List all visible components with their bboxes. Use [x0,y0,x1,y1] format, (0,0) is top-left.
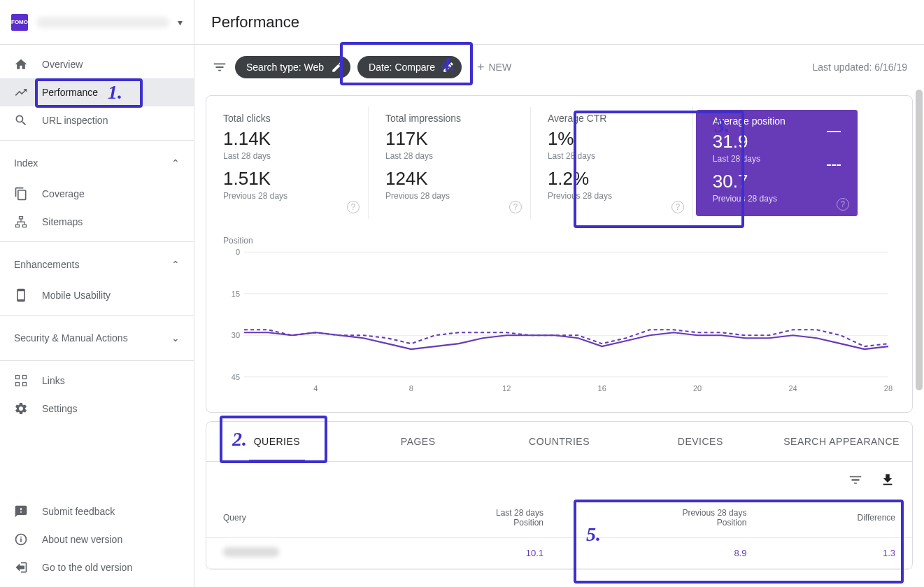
tab-search-appearance[interactable]: SEARCH APPEARANCE [771,422,912,461]
th-query[interactable]: Query [206,498,392,538]
pencil-icon [442,61,455,73]
metric-sub-prev: Previous 28 days [385,191,513,201]
chevron-down-icon: ⌄ [171,332,180,344]
metric-sub: Last 28 days [223,151,351,161]
tab-label: PAGES [401,436,436,447]
metric-value: 31.9 [713,131,841,153]
metric-sub-prev: Previous 28 days [223,191,351,201]
metric-total-impressions[interactable]: Total impressions 117K Last 28 days 124K… [369,107,531,219]
sidebar-footer: Submit feedback About new version Go to … [0,492,194,587]
cell-diff: 1.3 [763,538,912,569]
metric-sub: Last 28 days [713,154,841,164]
metric-average-position[interactable]: Average position 31.9 Last 28 days 30.7 … [696,110,858,216]
filter-icon[interactable] [211,59,228,76]
help-icon[interactable]: ? [347,201,360,213]
tab-countries[interactable]: COUNTRIES [489,422,630,461]
sidebar-item-url-inspection[interactable]: URL inspection [0,106,194,134]
sidebar-item-sitemaps[interactable]: Sitemaps [0,208,194,236]
table-toolbar [206,462,912,498]
toolbar: Search type: Web Date: Compare + NEW Las… [194,45,924,90]
help-icon[interactable]: ? [509,201,522,213]
tab-label: COUNTRIES [529,436,590,447]
metric-total-clicks[interactable]: Total clicks 1.14K Last 28 days 1.51K Pr… [206,107,369,219]
sidebar: FOMO https://shop.fomo.com ▾ Overview Pe… [0,0,194,587]
exit-icon [14,560,28,574]
sidebar-item-label: Submit feedback [42,506,115,517]
main-scroll[interactable]: Total clicks 1.14K Last 28 days 1.51K Pr… [194,90,924,587]
th-difference[interactable]: Difference [763,498,912,538]
section-title: Enhancements [14,259,79,270]
section-header-index[interactable]: Index ⌃ [0,146,194,180]
legend-solid-icon [827,131,841,132]
sitemap-icon [14,215,28,229]
sidebar-item-label: Go to the old version [42,562,132,573]
section-header-security[interactable]: Security & Manual Actions ⌄ [0,321,194,355]
metric-value-prev: 124K [385,168,513,190]
chart-axis-title: Position [223,236,895,246]
svg-rect-1 [23,376,27,379]
sidebar-item-links[interactable]: Links [0,367,194,395]
section-header-enhancements[interactable]: Enhancements ⌃ [0,248,194,281]
chip-date[interactable]: Date: Compare [357,56,462,78]
sidebar-item-coverage[interactable]: Coverage [0,180,194,208]
pencil-icon [331,61,343,73]
sidebar-item-overview[interactable]: Overview [0,50,194,78]
sidebar-item-label: Coverage [42,188,85,199]
sidebar-item-label: Links [42,375,65,386]
property-selector[interactable]: FOMO https://shop.fomo.com ▾ [0,0,194,45]
metric-title: Average position [713,115,841,127]
svg-text:16: 16 [598,383,606,392]
feedback-icon [14,504,28,518]
chevron-up-icon: ⌃ [171,259,180,270]
legend-dash-icon [827,164,841,166]
section-title: Index [14,157,38,169]
sidebar-item-performance[interactable]: Performance [0,78,194,106]
new-filter-button[interactable]: + NEW [469,61,520,73]
help-icon[interactable]: ? [837,198,849,211]
property-url: https://shop.fomo.com [36,17,169,28]
trending-icon [14,85,28,99]
cell-pos-last: 10.1 [392,538,560,569]
svg-text:15: 15 [232,290,240,298]
sidebar-item-feedback[interactable]: Submit feedback [0,497,194,525]
page-header: Performance [194,0,924,45]
sidebar-item-about[interactable]: About new version [0,525,194,553]
position-chart: 0153045481216202428 [223,248,895,395]
sidebar-item-label: Performance [42,87,98,98]
th-prev-position[interactable]: Previous 28 daysPosition [560,498,763,538]
svg-text:4: 4 [313,383,318,392]
metric-sub-prev: Previous 28 days [548,191,676,201]
svg-text:20: 20 [693,383,702,392]
filter-icon[interactable] [848,472,863,488]
main: Performance Search type: Web Date: Compa… [194,0,924,587]
metric-average-ctr[interactable]: Average CTR 1% Last 28 days 1.2% Previou… [531,107,693,219]
th-last-position[interactable]: Last 28 daysPosition [392,498,560,538]
sidebar-item-settings[interactable]: Settings [0,395,194,423]
home-icon [14,57,28,71]
download-icon[interactable] [880,472,895,488]
info-icon [14,532,28,546]
help-icon[interactable]: ? [671,201,684,213]
scrollbar[interactable] [916,90,923,390]
tab-pages[interactable]: PAGES [348,422,489,461]
table-row[interactable]: 10.1 8.9 1.3 [206,538,912,569]
tab-queries[interactable]: QUERIES [206,422,348,461]
chevron-down-icon: ▾ [178,17,183,28]
chevron-up-icon: ⌃ [171,157,180,169]
search-icon [14,113,28,127]
svg-text:45: 45 [232,373,240,381]
chip-label: Date: Compare [369,62,435,73]
svg-rect-0 [16,376,20,379]
svg-rect-3 [23,383,27,386]
svg-text:12: 12 [502,383,511,392]
cell-query [206,538,392,569]
metric-value-prev: 1.51K [223,168,351,190]
phone-icon [14,288,28,302]
chip-search-type[interactable]: Search type: Web [235,56,350,78]
tab-devices[interactable]: DEVICES [630,422,771,461]
sidebar-item-old-version[interactable]: Go to the old version [0,553,194,581]
chart-area: Position 0153045481216202428 [206,230,912,412]
sidebar-item-mobile-usability[interactable]: Mobile Usability [0,281,194,309]
nav-enhancements: Enhancements ⌃ Mobile Usability [0,242,194,316]
metric-value-prev: 1.2% [548,168,676,190]
